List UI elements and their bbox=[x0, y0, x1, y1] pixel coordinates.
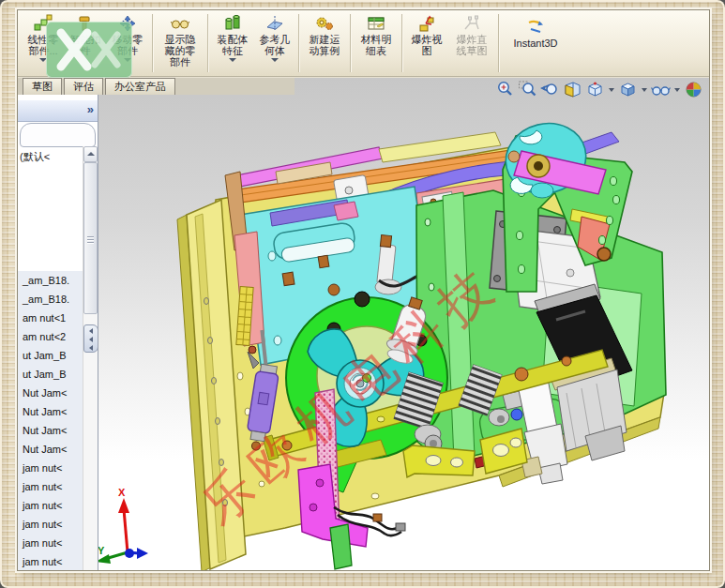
button-label: 新建运 bbox=[310, 34, 340, 45]
up-arrow-icon bbox=[87, 152, 95, 156]
tree-item[interactable]: jam nut< bbox=[18, 552, 83, 570]
smart-fasteners-button[interactable]: 智能扣 件 bbox=[65, 10, 106, 76]
tree-item[interactable]: _am_B18. bbox=[18, 271, 83, 290]
button-label: 显示隐 bbox=[165, 34, 196, 45]
button-label: Instant3D bbox=[513, 38, 557, 49]
button-label: 藏的零 bbox=[165, 45, 196, 56]
edit-appearance-icon[interactable] bbox=[684, 80, 703, 99]
explode-line-sketch-button[interactable]: 爆炸直 线草图 bbox=[448, 10, 495, 76]
zoom-to-fit-icon[interactable] bbox=[495, 80, 515, 99]
tree-item[interactable]: am nut<1 bbox=[18, 309, 83, 327]
toolbar-separator bbox=[350, 14, 351, 72]
tree-item[interactable]: Nut Jam< bbox=[18, 421, 83, 440]
panel-scrollbar[interactable] bbox=[83, 146, 98, 570]
splitter-arrow-icon bbox=[89, 345, 93, 351]
tree-item[interactable]: jam nut< bbox=[18, 534, 83, 552]
dropdown-caret-icon[interactable] bbox=[271, 58, 279, 62]
triad-y-label: Y bbox=[98, 545, 105, 556]
new-motion-study-button[interactable]: 新建运 动算例 bbox=[302, 10, 347, 76]
tree-item[interactable]: Nut Jam< bbox=[18, 402, 83, 421]
tree-item[interactable]: jam nut< bbox=[18, 477, 83, 496]
exploded-view-icon bbox=[417, 14, 436, 33]
tree-item[interactable]: am nut<2 bbox=[18, 327, 83, 346]
display-style-icon[interactable] bbox=[618, 80, 638, 99]
tree-item[interactable]: Nut Jam< bbox=[18, 440, 83, 459]
button-label: 线草图 bbox=[457, 45, 488, 56]
command-manager-tabs: 草图 评估 办公室产品 bbox=[18, 78, 295, 95]
reference-geometry-button[interactable]: 参考几 何体 bbox=[254, 10, 295, 76]
linear-component-pattern-button[interactable]: 线性零 部件... bbox=[22, 10, 65, 76]
hide-show-caret-icon[interactable] bbox=[674, 88, 680, 92]
tab-office-products[interactable]: 办公室产品 bbox=[105, 78, 175, 95]
button-label: 图 bbox=[422, 45, 432, 56]
tab-evaluate[interactable]: 评估 bbox=[64, 78, 103, 95]
button-label: 材料明 bbox=[361, 34, 392, 45]
graphics-viewport[interactable]: 乐欧机电科技 X Y bbox=[98, 78, 709, 570]
smart-fastener-icon bbox=[76, 14, 95, 33]
tree-item[interactable]: ut Jam_B bbox=[18, 365, 83, 384]
expand-panel-chevron[interactable]: » bbox=[87, 102, 94, 116]
panel-header: » bbox=[18, 99, 98, 122]
display-style-caret-icon[interactable] bbox=[642, 88, 647, 92]
button-label: 智能扣 bbox=[70, 34, 101, 45]
panel-splitter-handle[interactable] bbox=[83, 324, 98, 353]
button-label: 件 bbox=[81, 45, 91, 56]
scrollbar-grip bbox=[87, 234, 94, 245]
button-label: 参考几 bbox=[260, 34, 291, 45]
bom-table-icon bbox=[367, 14, 385, 33]
assembly-features-icon bbox=[223, 14, 242, 33]
tab-sketch[interactable]: 草图 bbox=[23, 78, 62, 95]
button-label: 线性零 bbox=[28, 34, 59, 45]
toolbar-separator bbox=[152, 14, 153, 72]
tree-item[interactable]: Nut Jam< bbox=[18, 384, 83, 402]
hide-show-items-icon[interactable] bbox=[651, 80, 671, 99]
view-orientation-caret-icon[interactable] bbox=[609, 88, 614, 92]
tree-item[interactable]: _am_B18. bbox=[18, 290, 83, 309]
button-label: 爆炸视 bbox=[412, 34, 443, 45]
exploded-view-button[interactable]: 爆炸视 图 bbox=[405, 10, 448, 76]
explode-line-sketch-icon bbox=[462, 14, 481, 33]
tree-item[interactable]: jam nut< bbox=[18, 496, 83, 515]
reference-triad: X Y bbox=[98, 487, 148, 564]
previous-view-icon[interactable] bbox=[540, 80, 560, 99]
dropdown-caret-icon[interactable] bbox=[39, 58, 47, 62]
bill-of-materials-button[interactable]: 材料明 细表 bbox=[354, 10, 399, 76]
move-component-button[interactable]: 移动零 部件 bbox=[106, 10, 149, 76]
instant3d-icon bbox=[526, 18, 545, 37]
view-orientation-icon[interactable] bbox=[585, 80, 605, 99]
dropdown-caret-icon[interactable] bbox=[229, 58, 236, 62]
button-label: 细表 bbox=[366, 45, 386, 56]
triad-x-label: X bbox=[118, 487, 126, 498]
content-area: 草图 评估 办公室产品 bbox=[18, 78, 709, 570]
assembly-root-node[interactable]: (默认< bbox=[20, 150, 50, 164]
section-view-icon[interactable] bbox=[563, 80, 582, 99]
button-label: 部件 bbox=[170, 56, 190, 68]
assembly-features-button[interactable]: 装配体 特征 bbox=[211, 10, 254, 76]
solidworks-window: 线性零 部件... 智能扣 件 移动零 部件 bbox=[17, 9, 710, 571]
button-label: 移动零 bbox=[113, 34, 143, 45]
toolbar-separator bbox=[298, 14, 299, 72]
tree-item[interactable]: jam nut< bbox=[18, 459, 83, 477]
feature-manager-tab-box[interactable] bbox=[20, 123, 96, 147]
show-hidden-components-button[interactable]: 显示隐 藏的零 部件 bbox=[156, 10, 204, 76]
scroll-up-button[interactable] bbox=[83, 146, 98, 162]
scrollbar-thumb[interactable] bbox=[83, 162, 98, 314]
toolbar-separator bbox=[207, 14, 208, 72]
button-label: 部件 bbox=[117, 45, 138, 56]
tree-item[interactable]: ut Jam_B bbox=[18, 346, 83, 365]
button-label: 动算例 bbox=[310, 45, 340, 56]
reference-geometry-icon bbox=[265, 14, 284, 33]
toolbar-separator bbox=[498, 14, 499, 72]
tree-item[interactable]: jam nut< bbox=[18, 515, 83, 534]
button-label: 特征 bbox=[222, 45, 243, 56]
move-component-icon bbox=[118, 14, 137, 33]
zoom-to-area-icon[interactable] bbox=[518, 80, 537, 99]
splitter-arrow-icon bbox=[89, 337, 93, 342]
assembly-3d-model[interactable]: 乐欧机电科技 X Y bbox=[98, 95, 709, 570]
button-label: 部件... bbox=[28, 45, 57, 56]
instant3d-button[interactable]: Instant3D bbox=[502, 10, 569, 76]
dropdown-caret-icon[interactable] bbox=[124, 58, 131, 62]
motion-study-icon bbox=[315, 14, 334, 33]
linear-pattern-icon bbox=[34, 14, 53, 33]
button-label: 何体 bbox=[264, 45, 285, 56]
